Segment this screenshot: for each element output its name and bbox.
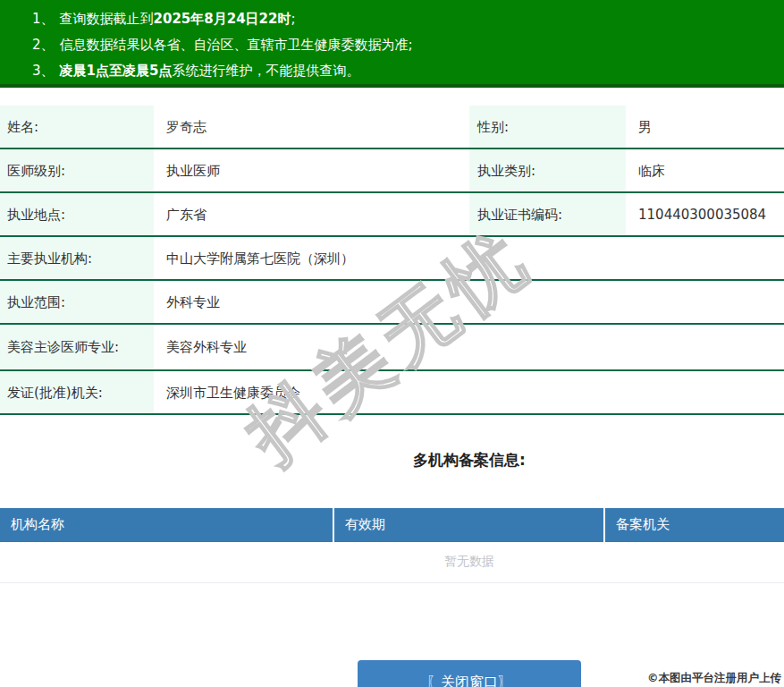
field-value-main-institution: 中山大学附属第七医院（深圳） [154, 237, 784, 279]
notice-banner: 1、查询数据截止到2025年8月24日22时; 2、信息数据结果以各省、自治区、… [0, 0, 784, 88]
table-row: 执业地点: 广东省 执业证书编码: 110440300035084 [0, 193, 784, 237]
filing-table-header: 机构名称 有效期 备案机关 [0, 508, 784, 542]
field-label-name: 姓名: [0, 106, 154, 148]
column-header-validity-period: 有效期 [333, 508, 603, 542]
notice-text: ; [291, 11, 295, 27]
field-label-practice-location: 执业地点: [0, 193, 154, 235]
table-row: 主要执业机构: 中山大学附属第七医院（深圳） [0, 237, 784, 281]
notice-number: 2、 [32, 37, 55, 53]
field-label-practice-scope: 执业范围: [0, 281, 154, 323]
table-row: 执业范围: 外科专业 [0, 281, 784, 325]
notice-line-3: 3、凌晨1点至凌晨5点系统进行维护，不能提供查询。 [32, 58, 784, 84]
filing-table: 机构名称 有效期 备案机关 暂无数据 [0, 508, 784, 583]
column-header-institution-name: 机构名称 [0, 508, 333, 542]
field-label-gender: 性别: [469, 106, 626, 148]
filing-section-title: 多机构备案信息: [0, 450, 784, 471]
field-value-issuing-authority: 深圳市卫生健康委员会 [154, 371, 784, 413]
notice-number: 1、 [32, 11, 55, 27]
empty-data-placeholder: 暂无数据 [0, 542, 784, 583]
field-value-cosmetic-specialty: 美容外科专业 [154, 325, 784, 369]
field-label-practice-category: 执业类别: [469, 149, 626, 191]
table-row: 医师级别: 执业医师 执业类别: 临床 [0, 149, 784, 193]
table-row: 姓名: 罗奇志 性别: 男 [0, 106, 784, 149]
notice-line-2: 2、信息数据结果以各省、自治区、直辖市卫生健康委数据为准; [32, 32, 784, 58]
copyright-note: ©本图由平台注册用户上传 [647, 671, 781, 686]
notice-text: 查询数据截止到 [60, 11, 154, 27]
field-value-gender: 男 [626, 106, 784, 148]
table-row: 发证(批准)机关: 深圳市卫生健康委员会 [0, 371, 784, 415]
notice-text-bold: 2025年8月24日22时 [154, 11, 291, 27]
field-label-cosmetic-specialty: 美容主诊医师专业: [0, 325, 154, 369]
notice-line-1: 1、查询数据截止到2025年8月24日22时; [32, 6, 784, 32]
field-value-practice-category: 临床 [626, 149, 784, 191]
field-label-main-institution: 主要执业机构: [0, 237, 154, 279]
notice-text-bold: 凌晨1点至凌晨5点 [60, 63, 173, 79]
field-label-issuing-authority: 发证(批准)机关: [0, 371, 154, 413]
notice-text: 系统进行维护，不能提供查询。 [172, 63, 359, 79]
field-value-doctor-level: 执业医师 [154, 149, 469, 191]
table-row: 美容主诊医师专业: 美容外科专业 [0, 325, 784, 371]
field-value-license-number: 110440300035084 [626, 193, 784, 235]
notice-text: 信息数据结果以各省、自治区、直辖市卫生健康委数据为准; [60, 37, 413, 53]
column-header-filing-authority: 备案机关 [603, 508, 784, 542]
field-value-practice-location: 广东省 [154, 193, 469, 235]
field-label-doctor-level: 医师级别: [0, 149, 154, 191]
practitioner-info-table: 姓名: 罗奇志 性别: 男 医师级别: 执业医师 执业类别: 临床 执业地点: … [0, 106, 784, 415]
field-label-license-number: 执业证书编码: [469, 193, 626, 235]
close-window-button[interactable]: 〖关闭窗口〗 [358, 660, 581, 687]
field-value-practice-scope: 外科专业 [154, 281, 784, 323]
field-value-name: 罗奇志 [154, 106, 469, 148]
notice-number: 3、 [32, 63, 55, 79]
